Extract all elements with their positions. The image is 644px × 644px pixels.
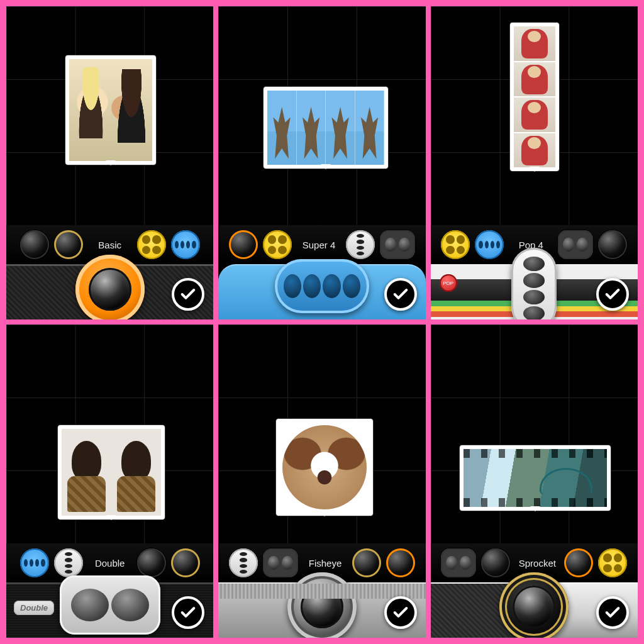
preview-photo xyxy=(267,91,384,165)
double-badge: Double xyxy=(14,601,54,615)
panel-super4: Super 4 xyxy=(218,6,425,319)
check-icon xyxy=(604,604,621,621)
lens-option-basic-icon[interactable] xyxy=(229,230,258,259)
lens-option-super4-icon[interactable] xyxy=(137,230,166,259)
confirm-button[interactable] xyxy=(172,596,204,629)
lens-option-basic-icon[interactable] xyxy=(386,548,415,577)
bottom-ui: Basic xyxy=(6,225,213,319)
preview-frame xyxy=(460,445,611,511)
check-icon xyxy=(392,286,409,303)
lens-option-pop4-icon[interactable] xyxy=(346,230,375,259)
mode-label: Sprocket xyxy=(515,558,559,569)
preview-frame xyxy=(58,425,165,519)
lens-option-double-icon[interactable] xyxy=(263,548,298,577)
lens-option-super4-icon[interactable] xyxy=(598,548,627,577)
preview-frame xyxy=(65,55,156,165)
mode-label: Double xyxy=(88,558,132,569)
lens-glass-icon xyxy=(301,586,343,628)
bottom-ui: Pop 4 POP xyxy=(431,225,638,319)
lens-option-basic-icon[interactable] xyxy=(564,548,593,577)
preview-photo xyxy=(280,423,369,512)
lens-option-double-icon[interactable] xyxy=(558,230,593,259)
main-lens-double[interactable] xyxy=(60,575,160,635)
preview-frame xyxy=(276,419,373,516)
lens-option-fisheye-icon[interactable] xyxy=(481,548,510,577)
shutter-button[interactable]: POP xyxy=(440,274,457,292)
lens-option-super4-icon[interactable] xyxy=(441,230,470,259)
lens-option-sprocket-icon[interactable] xyxy=(352,548,381,577)
panel-basic: Basic xyxy=(6,6,213,319)
panel-sprocket: Sprocket xyxy=(431,325,638,638)
lens-glass-icon xyxy=(89,268,131,311)
lens-selector-row: Super 4 xyxy=(218,225,425,264)
lens-option-double-icon[interactable] xyxy=(380,230,415,259)
lens-option-bluecam-icon[interactable] xyxy=(475,230,504,259)
confirm-button[interactable] xyxy=(384,596,417,629)
bottom-ui: Fisheye xyxy=(218,543,425,638)
preview-photo xyxy=(69,59,152,161)
main-lens-pop4[interactable] xyxy=(511,248,557,319)
confirm-button[interactable] xyxy=(384,278,417,311)
preview-photo xyxy=(514,26,555,167)
panel-fisheye: Fisheye xyxy=(218,325,425,638)
check-icon xyxy=(604,286,621,303)
preview-frame xyxy=(510,23,559,171)
lens-option-fisheye-icon[interactable] xyxy=(137,548,166,577)
camera-mode-collage: Basic Super 4 xyxy=(0,0,644,644)
lens-option-bluecam-icon[interactable] xyxy=(20,548,49,577)
lens-option-pop4-icon[interactable] xyxy=(54,548,83,577)
main-lens-basic[interactable] xyxy=(75,255,145,319)
bottom-ui: Double Double xyxy=(6,543,213,638)
mode-label: Super 4 xyxy=(297,240,341,250)
main-lens-super4[interactable] xyxy=(275,259,369,313)
panel-double: Double Double xyxy=(6,325,213,638)
lens-option-pop4-icon[interactable] xyxy=(171,230,200,259)
confirm-button[interactable] xyxy=(172,278,204,311)
confirm-button[interactable] xyxy=(596,278,629,311)
lens-option-pop4-icon[interactable] xyxy=(229,548,258,577)
lens-option-sprocket-icon[interactable] xyxy=(171,548,200,577)
confirm-button[interactable] xyxy=(596,596,629,629)
lens-glass-icon xyxy=(513,586,555,628)
lens-option-fisheye-icon[interactable] xyxy=(598,230,627,259)
check-icon xyxy=(179,286,197,303)
preview-photo xyxy=(62,429,161,516)
lens-option-double-icon[interactable] xyxy=(441,548,476,577)
preview-frame xyxy=(264,87,388,169)
lens-option-sprocket-icon[interactable] xyxy=(54,230,83,259)
lens-option-fisheye-icon[interactable] xyxy=(20,230,49,259)
mode-label: Basic xyxy=(88,240,132,250)
bottom-ui: Super 4 xyxy=(218,225,425,319)
main-lens-sprocket[interactable] xyxy=(499,572,569,638)
panel-pop4: Pop 4 POP xyxy=(431,6,638,319)
bottom-ui: Sprocket xyxy=(431,543,638,638)
mode-label: Fisheye xyxy=(303,558,347,569)
check-icon xyxy=(392,604,409,621)
check-icon xyxy=(179,604,197,621)
preview-photo xyxy=(464,449,607,507)
main-lens-fisheye[interactable] xyxy=(287,572,357,638)
lens-option-super4-icon[interactable] xyxy=(263,230,292,259)
